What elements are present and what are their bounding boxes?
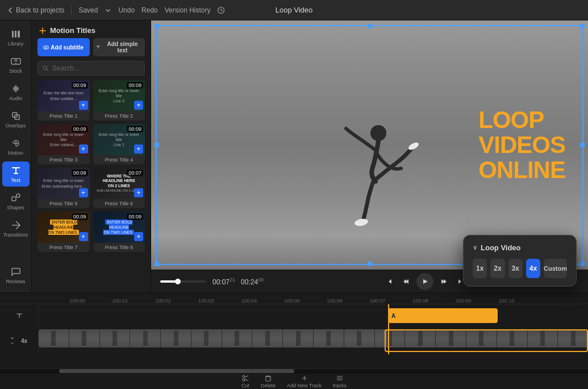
add-icon[interactable]: + [134,144,143,154]
film-frame [161,329,191,347]
sidebar-item-overlays[interactable]: Overlays [2,107,30,132]
ruler-label: 100:07 [370,298,386,304]
fast-forward-button[interactable] [439,276,449,287]
search-icon [43,65,49,72]
volume-fill [160,280,176,283]
list-item[interactable]: 00:09 ENTER BOLD HEADLINEON TWO LINES + … [37,212,90,252]
thumb-time: 00:09 [127,213,143,220]
undo-button[interactable]: Undo [118,6,135,14]
sidebar-item-motion[interactable]: Motion [2,134,30,159]
sidebar-item-shapes[interactable]: Shapes [2,189,30,214]
saved-status: Saved [78,6,98,14]
film-frame [405,329,435,347]
panel-header: Motion Titles [32,20,151,38]
ruler-label: 100:10 [499,298,515,304]
film-frame [497,329,527,347]
sidebar-item-library[interactable]: Library [2,25,30,50]
panel-title: Motion Titles [50,26,95,35]
dropdown-icon[interactable] [105,7,111,14]
film-frame [466,329,497,347]
loop-3x-button[interactable]: 3x [508,259,523,278]
filmstrip [39,329,588,347]
add-subtitle-button[interactable]: Add subtitle [37,38,90,56]
text-track-letter: A [391,313,395,319]
sidebar-item-stock[interactable]: Stock [2,52,30,77]
film-frame [344,329,374,347]
version-history-button[interactable]: Version History [165,6,211,14]
text-track-icon [16,312,23,319]
volume-thumb[interactable] [175,279,181,284]
search-input[interactable] [52,64,140,72]
grid-row: 00:09 Enter long title or lower titleEnt… [37,124,145,164]
grid-row: 00:09 Enter the title text hereEnter sub… [37,80,145,121]
video-track-content[interactable] [39,327,588,354]
audio-icon [10,83,22,94]
add-icon[interactable]: + [134,188,143,197]
separator [71,6,72,15]
dancer-figure [324,116,438,253]
add-icon[interactable]: + [79,232,88,241]
topbar: Back to projects Saved Undo Redo Version… [0,0,588,20]
video-background: LOOP VIDEOS ONLINE [151,20,588,270]
sidebar-item-audio[interactable]: Audio [2,80,30,105]
back-button[interactable]: Back to projects [7,6,64,14]
timeline-scrollbar[interactable] [0,369,588,373]
sidebar-item-reviews[interactable]: Reviews [2,263,30,288]
timeline-tracks: A 4x [0,304,588,369]
loop-2x-button[interactable]: 2x [490,259,504,278]
video-track-block[interactable] [39,329,588,347]
add-icon[interactable]: + [134,232,143,241]
add-icon[interactable]: + [79,144,88,154]
list-item[interactable]: 00:09 Enter the title text hereEnter sub… [37,80,90,121]
loop-1x-button[interactable]: 1x [473,259,487,278]
play-pause-button[interactable] [416,273,433,290]
loop-custom-button[interactable]: Custom [544,259,567,278]
redo-button[interactable]: Redo [141,6,158,14]
list-item[interactable]: 00:09 Enter long title or lowerEnter sub… [37,168,90,208]
sidebar-item-text[interactable]: Text [2,162,30,187]
rewind-button[interactable] [401,276,411,287]
add-new-track-button[interactable]: Add New Track [287,374,322,388]
svg-rect-3 [18,31,20,38]
ruler-label: 100:02 [155,298,171,304]
fast-forward-icon [440,278,448,285]
add-simple-text-button[interactable]: Add simple text [93,38,145,56]
search-bar[interactable] [37,61,145,76]
loop-popup-title: Loop Video [473,243,567,252]
cut-button[interactable]: Cut [241,374,249,388]
add-icon[interactable]: + [79,101,88,110]
text-track-block[interactable]: A [388,308,498,323]
item-label: Press Title 6 [93,199,145,208]
scrollbar-thumb[interactable] [59,369,294,373]
skip-to-start-button[interactable] [385,276,395,287]
grid-row: 00:09 ENTER BOLD HEADLINEON TWO LINES + … [37,212,145,252]
delete-button[interactable]: Delete [261,374,276,388]
list-item[interactable]: 00:09 Enter long title or lower titleEnt… [37,124,90,164]
text-track-content[interactable]: A [39,304,588,327]
panel-action-buttons: Add subtitle Add simple text [32,38,151,61]
tracks-button[interactable]: tracks [333,374,347,388]
cut-icon [241,374,249,382]
add-icon[interactable]: + [79,188,88,197]
volume-control[interactable] [160,280,206,283]
list-item[interactable]: 00:09 Enter long title or lower titleLin… [93,124,145,164]
video-track-badge: 4x [21,338,27,344]
undo-track-icon[interactable] [11,337,19,345]
list-item[interactable]: 00:09 Enter long title or lower titleLin… [93,80,145,121]
video-preview[interactable]: LOOP VIDEOS ONLINE [151,20,588,270]
svg-point-15 [243,375,245,378]
loop-4x-button[interactable]: 4x [526,259,540,278]
add-icon[interactable]: + [134,101,143,110]
version-history-icon [217,6,225,14]
item-label: Press Title 7 [37,243,90,252]
subtitle-icon [43,44,49,50]
film-frame [39,329,69,347]
window-title: Loop Video [276,6,313,14]
list-item[interactable]: 00:07 WHERE THEHEADLINE HEREON 2 LINESSU… [93,168,145,208]
sidebar-item-transitions[interactable]: Transitions [2,216,30,241]
film-frame [69,329,99,347]
titles-grid: 00:09 Enter the title text hereEnter sub… [32,80,151,292]
list-item[interactable]: 00:09 ENTER BOLD HEADLINEON TWO LINES + … [93,212,145,252]
library-icon [10,28,22,40]
grid-row: 00:09 Enter long title or lowerEnter sub… [37,168,145,208]
